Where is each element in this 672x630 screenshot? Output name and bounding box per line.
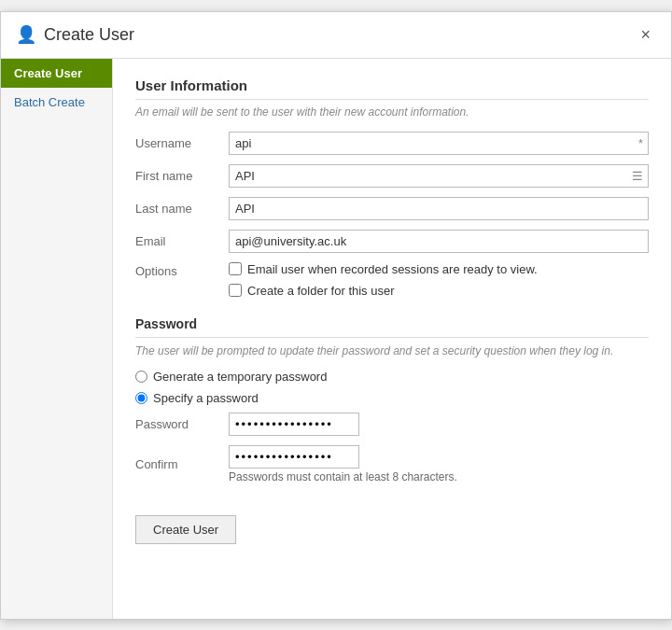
option2-checkbox[interactable]: [229, 284, 242, 297]
email-row: Email: [135, 230, 649, 253]
user-info-title: User Information: [135, 77, 649, 100]
create-user-button[interactable]: Create User: [135, 515, 236, 544]
sidebar-item-create-user[interactable]: Create User: [1, 59, 112, 88]
confirm-label: Confirm: [135, 457, 229, 471]
user-info-text: An email will be sent to the user with t…: [135, 105, 649, 119]
confirm-input[interactable]: [229, 445, 359, 469]
password-info-text: The user will be prompted to update thei…: [135, 343, 649, 359]
radio-generate[interactable]: [135, 371, 147, 383]
lastname-input[interactable]: [229, 197, 649, 220]
username-label: Username: [135, 136, 229, 150]
option2-row[interactable]: Create a folder for this user: [229, 284, 649, 298]
options-row: Options Email user when recorded session…: [135, 262, 649, 298]
confirm-input-wrapper: Passwords must contain at least 8 charac…: [229, 445, 457, 483]
email-input[interactable]: [229, 230, 649, 253]
password-section-title: Password: [135, 316, 649, 338]
autofill-icon: ☰: [632, 169, 643, 183]
required-star: *: [638, 136, 643, 150]
option1-row[interactable]: Email user when recorded sessions are re…: [229, 262, 649, 276]
options-label: Options: [135, 262, 229, 278]
firstname-input[interactable]: [229, 164, 649, 188]
option1-label: Email user when recorded sessions are re…: [247, 262, 538, 276]
user-icon: 👤: [16, 24, 36, 45]
radio-specify[interactable]: [135, 392, 147, 404]
sidebar: Create User Batch Create: [1, 59, 113, 619]
firstname-row: First name ☰: [135, 164, 649, 188]
lastname-row: Last name: [135, 197, 649, 220]
create-user-dialog: 👤 Create User × Create User Batch Create…: [0, 11, 672, 620]
email-input-wrapper: [229, 230, 649, 253]
lastname-label: Last name: [135, 202, 229, 216]
firstname-label: First name: [135, 169, 229, 183]
radio-specify-label: Specify a password: [153, 391, 259, 405]
dialog-header: 👤 Create User ×: [1, 12, 671, 59]
radio-generate-row[interactable]: Generate a temporary password: [135, 370, 649, 384]
radio-specify-row[interactable]: Specify a password: [135, 391, 649, 405]
dialog-title: Create User: [44, 25, 134, 45]
user-info-section: User Information An email will be sent t…: [135, 77, 649, 298]
lastname-input-wrapper: [229, 197, 649, 220]
password-label: Password: [135, 417, 229, 431]
username-input-wrapper: *: [229, 132, 649, 155]
username-input[interactable]: [229, 132, 649, 155]
main-content: User Information An email will be sent t…: [113, 59, 671, 619]
dialog-body: Create User Batch Create User Informatio…: [1, 59, 671, 619]
close-button[interactable]: ×: [635, 23, 656, 47]
option2-label: Create a folder for this user: [247, 284, 395, 298]
sidebar-item-batch-create[interactable]: Batch Create: [1, 88, 112, 117]
confirm-row: Confirm Passwords must contain at least …: [135, 445, 649, 483]
email-label: Email: [135, 234, 229, 248]
options-col: Email user when recorded sessions are re…: [229, 262, 649, 298]
password-input[interactable]: [229, 413, 359, 436]
username-row: Username *: [135, 132, 649, 155]
password-section: Password The user will be prompted to up…: [135, 316, 649, 484]
firstname-input-wrapper: ☰: [229, 164, 649, 188]
password-row: Password: [135, 413, 649, 436]
footer-area: Create User: [135, 493, 649, 544]
dialog-title-area: 👤 Create User: [16, 24, 134, 45]
option1-checkbox[interactable]: [229, 262, 242, 275]
radio-generate-label: Generate a temporary password: [153, 370, 327, 384]
password-hint: Passwords must contain at least 8 charac…: [229, 470, 457, 483]
